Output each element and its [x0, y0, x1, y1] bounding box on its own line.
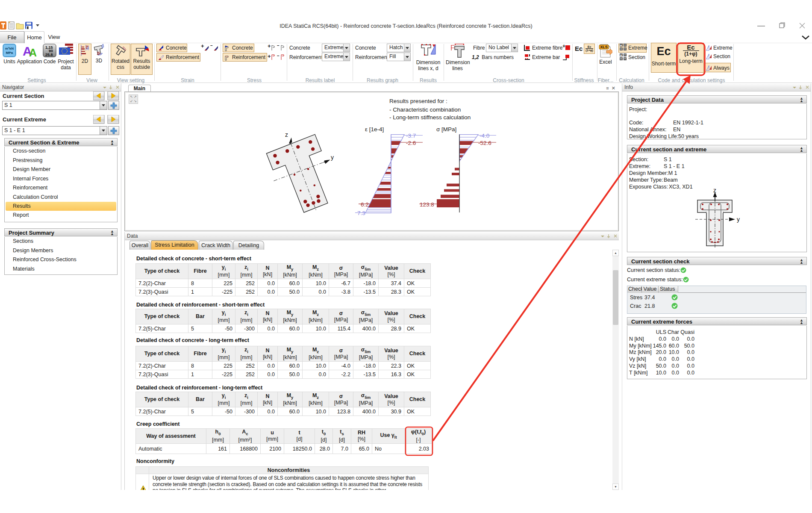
svg-text:■: ■ [620, 53, 622, 56]
svg-text:×: × [620, 47, 622, 50]
svg-text:z: z [713, 189, 716, 194]
svg-text:+: + [268, 44, 271, 49]
svg-text:7.3: 7.3 [357, 210, 365, 216]
svg-text:123.8: 123.8 [420, 201, 434, 208]
svg-text:-2.6: -2.6 [406, 140, 416, 146]
svg-text:■: ■ [620, 44, 622, 47]
svg-text:-52.6: -52.6 [478, 140, 491, 146]
svg-text:Results presented for :: Results presented for : [389, 98, 447, 104]
svg-text:6.2: 6.2 [361, 201, 369, 208]
svg-text:+: + [624, 57, 626, 60]
svg-text:+: + [201, 44, 204, 49]
svg-text:y: y [737, 216, 740, 223]
svg-text:y: y [331, 154, 334, 161]
svg-text:MPa: MPa [6, 51, 13, 55]
svg-text:+: + [624, 53, 626, 56]
svg-text:25.8: 25.8 [45, 53, 53, 57]
svg-text:+: + [624, 47, 626, 50]
svg-text:ε [1e-4]: ε [1e-4] [365, 126, 384, 133]
svg-text:σ [MPa]: σ [MPa] [436, 126, 456, 133]
svg-text:-3.7: -3.7 [406, 133, 416, 139]
svg-text:+: + [624, 44, 626, 47]
svg-text:-4.0: -4.0 [480, 133, 489, 139]
svg-text:A: A [29, 47, 37, 57]
svg-text:+: + [562, 44, 565, 49]
svg-text:m²kN: m²kN [5, 47, 14, 50]
svg-text:XLS: XLS [600, 45, 608, 49]
svg-text:–: – [277, 53, 279, 58]
svg-text:–: – [210, 44, 213, 48]
svg-text:+: + [268, 53, 271, 59]
svg-text:- Long-term stiffness calculat: - Long-term stiffness calculation [389, 114, 471, 121]
svg-text:- Characteristic combination: - Characteristic combination [389, 106, 461, 113]
svg-text:–: – [277, 44, 279, 48]
svg-text:×: × [620, 57, 622, 60]
svg-text:z: z [285, 131, 288, 138]
